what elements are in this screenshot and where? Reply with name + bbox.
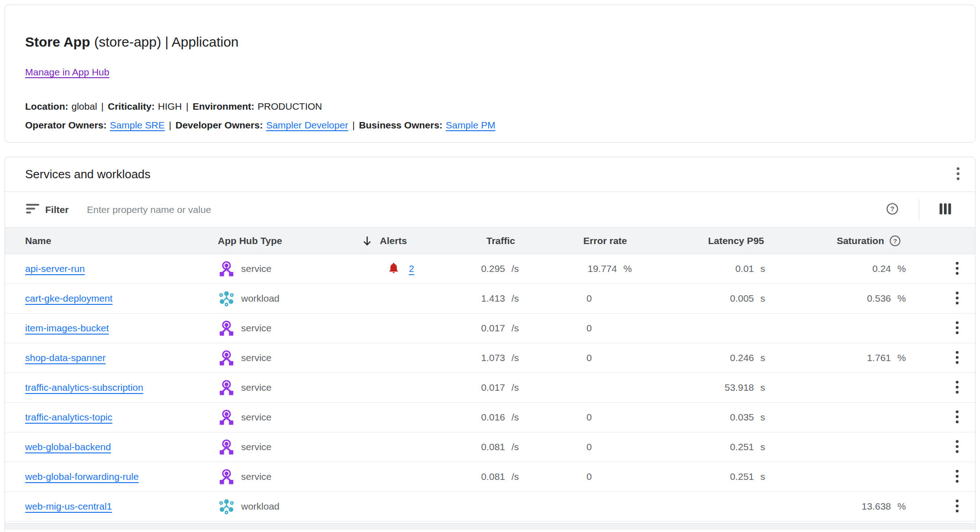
latency-p95-cell: 0.246s xyxy=(640,352,777,363)
column-header-label: Saturation xyxy=(837,235,884,246)
latency-p95-unit: s xyxy=(754,352,777,363)
row-actions-cell xyxy=(914,469,975,485)
latency-p95-cell: 0.251s xyxy=(640,471,777,482)
service-icon xyxy=(218,319,235,337)
service-name-link[interactable]: cart-gke-deployment xyxy=(25,293,112,303)
kebab-icon xyxy=(955,410,959,426)
services-panel: Services and workloads Filter ? Name App… xyxy=(5,157,975,532)
row-menu-button[interactable] xyxy=(955,261,959,277)
table-row: traffic-analytics-topic xyxy=(5,403,975,432)
service-name-link[interactable]: shop-data-spanner xyxy=(25,352,105,363)
alerts-cell xyxy=(348,321,421,336)
app-hub-type-label: service xyxy=(241,412,272,423)
row-menu-button[interactable] xyxy=(955,320,959,336)
app-hub-type-cell: service xyxy=(197,260,348,277)
separator: | xyxy=(186,101,188,112)
service-name-link[interactable]: web-global-backend xyxy=(25,442,111,452)
app-hub-type-cell: service xyxy=(197,409,348,426)
service-icon xyxy=(218,468,235,485)
alerts-cell xyxy=(348,410,421,425)
table-row: web-global-backend xyxy=(5,432,975,462)
meta-label: Location: xyxy=(25,101,68,112)
latency-p95-value: 0.005 xyxy=(640,293,754,304)
service-name-link[interactable]: web-global-forwarding-rule xyxy=(25,471,139,482)
service-name-link[interactable]: api-server-run xyxy=(25,263,85,274)
saturation-help-icon[interactable]: ? xyxy=(889,235,901,247)
column-display-button[interactable] xyxy=(939,202,951,217)
service-name-link[interactable]: traffic-analytics-subscription xyxy=(25,382,143,393)
kebab-icon xyxy=(955,439,959,455)
error-rate-cell: 19.774% xyxy=(528,263,640,274)
app-name: Store App xyxy=(25,34,90,49)
saturation-value: 0.536 xyxy=(777,293,891,304)
separator: | xyxy=(169,120,171,130)
service-name-link[interactable]: web-mig-us-central1 xyxy=(25,501,112,511)
traffic-unit: /s xyxy=(505,442,528,452)
filter-bar: Filter ? xyxy=(5,192,975,227)
name-cell: item-images-bucket xyxy=(5,323,197,334)
developer-owner-link[interactable]: Sampler Developer xyxy=(266,120,348,130)
column-header-traffic[interactable]: Traffic xyxy=(421,235,528,246)
error-rate-cell: 0 xyxy=(528,471,640,482)
traffic-unit: /s xyxy=(505,293,528,304)
operator-owner-link[interactable]: Sample SRE xyxy=(110,120,165,130)
service-icon xyxy=(218,379,235,396)
row-menu-button[interactable] xyxy=(955,291,959,307)
row-menu-button[interactable] xyxy=(955,469,959,485)
saturation-unit: % xyxy=(891,352,914,363)
sort-descending-icon xyxy=(361,235,373,247)
service-name-link[interactable]: item-images-bucket xyxy=(25,323,109,333)
error-rate-cell: 0 xyxy=(528,442,640,452)
row-menu-button[interactable] xyxy=(955,350,959,366)
column-header-app-hub-type[interactable]: App Hub Type xyxy=(197,235,348,246)
alerts-cell xyxy=(348,440,421,455)
name-cell: cart-gke-deployment xyxy=(5,293,197,304)
app-hub-type-cell: service xyxy=(197,379,348,396)
row-menu-button[interactable] xyxy=(955,410,959,426)
kebab-icon xyxy=(955,469,959,485)
business-owner-link[interactable]: Sample PM xyxy=(446,120,495,130)
table-footer-strip xyxy=(5,523,975,530)
meta-label: Criticality: xyxy=(108,101,155,112)
column-header-label: Name xyxy=(25,235,51,246)
column-header-latency-p95[interactable]: Latency P95 xyxy=(640,235,777,246)
latency-p95-unit: s xyxy=(754,412,777,423)
column-header-alerts[interactable]: Alerts xyxy=(348,235,421,247)
row-menu-button[interactable] xyxy=(955,499,959,515)
column-header-name[interactable]: Name xyxy=(5,235,197,246)
workload-icon xyxy=(218,290,235,307)
table-header-row: Name App Hub Type Alerts Traffic Error r… xyxy=(5,227,975,254)
service-icon xyxy=(218,260,235,277)
manage-in-app-hub-link[interactable]: Manage in App Hub xyxy=(25,65,109,79)
traffic-value: 1.413 xyxy=(421,293,505,304)
error-rate-cell: 0 xyxy=(528,323,640,334)
latency-p95-cell: 0.251s xyxy=(640,442,777,452)
app-hub-type-cell: service xyxy=(197,319,348,337)
service-name-link[interactable]: traffic-analytics-topic xyxy=(25,412,112,422)
error-rate-cell: 0 xyxy=(528,412,640,423)
error-rate-value: 19.774 xyxy=(528,263,617,274)
row-actions-cell xyxy=(914,410,975,426)
column-header-label: App Hub Type xyxy=(218,235,282,246)
alerts-cell xyxy=(348,469,421,484)
name-cell: traffic-analytics-topic xyxy=(5,412,197,423)
column-header-error-rate[interactable]: Error rate xyxy=(528,235,640,246)
row-menu-button[interactable] xyxy=(955,439,959,455)
column-header-saturation[interactable]: Saturation ? xyxy=(777,235,914,247)
alert-count-link[interactable]: 2 xyxy=(409,263,414,274)
traffic-cell: 0.017/s xyxy=(421,382,528,393)
traffic-value: 0.017 xyxy=(421,382,505,393)
row-menu-button[interactable] xyxy=(955,380,959,396)
latency-p95-value: 53.918 xyxy=(640,382,754,393)
help-icon: ? xyxy=(886,202,899,217)
latency-p95-value: 0.251 xyxy=(640,442,754,452)
table-row: item-images-bucket xyxy=(5,314,975,343)
filter-input[interactable] xyxy=(87,204,886,215)
name-cell: web-global-backend xyxy=(5,442,197,452)
filter-help-button[interactable]: ? xyxy=(886,202,899,217)
name-cell: web-global-forwarding-rule xyxy=(5,471,197,482)
panel-menu-button[interactable] xyxy=(956,166,960,182)
saturation-value: 1.761 xyxy=(777,352,891,363)
latency-p95-unit: s xyxy=(754,471,777,482)
table-row: web-mig-us-central1 xyxy=(5,492,975,521)
